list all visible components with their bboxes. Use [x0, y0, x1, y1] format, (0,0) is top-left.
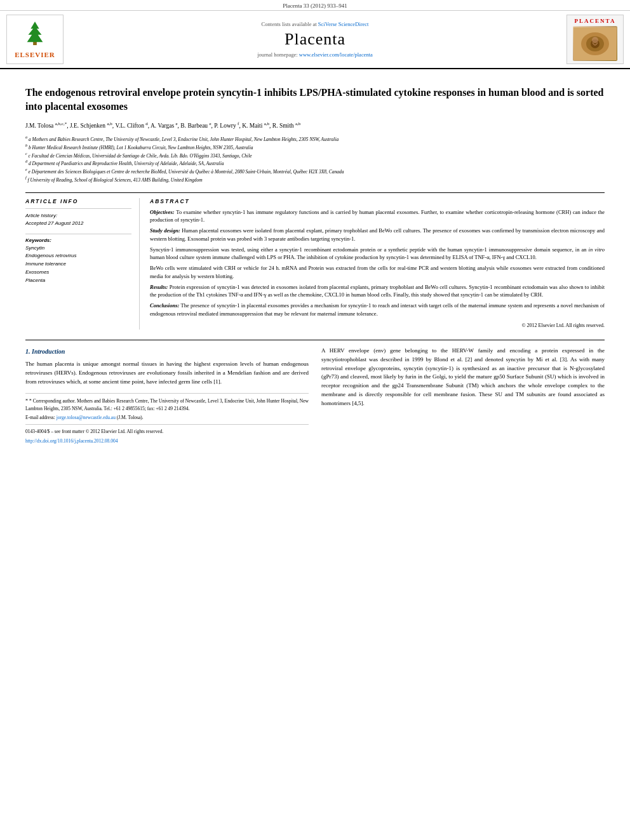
sciverse-link[interactable]: SciVerse ScienceDirect	[318, 21, 369, 27]
abstract-results-text: Protein expression of syncytin-1 was det…	[150, 284, 605, 298]
corresponding-author-text: * Corresponding author. Mothers and Babi…	[25, 398, 309, 411]
keyword-1: Syncytin	[25, 244, 131, 253]
abstract-methods: Syncytin-1 immunosuppression was tested,…	[150, 246, 605, 262]
svg-point-6	[592, 37, 598, 43]
affiliations: a a Mothers and Babies Research Centre, …	[25, 135, 605, 183]
abstract-study-design: Study design: Human placental exosomes w…	[150, 227, 605, 243]
journal-center: Contents lists available at SciVerse Sci…	[70, 15, 560, 64]
body-col-left: 1. Introduction The human placenta is un…	[25, 347, 309, 446]
placenta-logo: PLACENTA	[566, 15, 624, 64]
top-bar: Placenta 33 (2012) 933–941	[0, 0, 630, 11]
homepage-line: journal homepage: www.elsevier.com/locat…	[257, 51, 373, 58]
body-section: 1. Introduction The human placenta is un…	[25, 340, 605, 446]
introduction-heading: 1. Introduction	[25, 347, 309, 357]
doi-link[interactable]: http://dx.doi.org/10.1016/j.placenta.201…	[25, 438, 117, 444]
elsevier-logo: ELSEVIER	[6, 15, 64, 64]
history-label: Article history:	[25, 212, 131, 220]
abstract-study-design-text: Human placental exosomes were isolated f…	[150, 227, 605, 242]
sciverse-prefix: Contents lists available at	[262, 21, 317, 27]
footnote-section: * * Corresponding author. Mothers and Ba…	[25, 393, 309, 444]
affiliation-a: a Mothers and Babies Research Centre, Th…	[29, 137, 338, 142]
body-two-col: 1. Introduction The human placenta is un…	[25, 347, 605, 446]
accepted-date: Accepted 27 August 2012	[25, 220, 83, 226]
article-info-label: ARTICLE INFO	[25, 198, 131, 204]
affiliation-d: d Department of Paediatrics and Reproduc…	[29, 161, 224, 166]
article-info-column: ARTICLE INFO Article history: Accepted 2…	[25, 198, 140, 330]
keyword-5: Placenta	[25, 277, 131, 285]
abstract-methods-text: Syncytin-1 immunosuppression was tested,…	[150, 246, 605, 261]
keywords-label: Keywords:	[25, 237, 131, 243]
article-title: The endogenous retroviral envelope prote…	[25, 86, 605, 114]
elsevier-name: ELSEVIER	[15, 51, 55, 58]
sciverse-line: Contents lists available at SciVerse Sci…	[262, 21, 369, 27]
keyword-2: Endogenous retrovirus	[25, 252, 131, 260]
affiliation-f: f University of Reading, School of Biolo…	[28, 177, 203, 182]
affiliation-e: e Département des Sciences Biologiques e…	[29, 169, 344, 175]
keyword-3: Immune tolerance	[25, 260, 131, 269]
keywords-section: Keywords: Syncytin Endogenous retrovirus…	[25, 237, 131, 285]
svg-marker-1	[27, 22, 43, 42]
placenta-logo-image	[573, 26, 617, 61]
abstract-methods2: BeWo cells were stimulated with CRH or v…	[150, 264, 605, 281]
abstract-conclusions-text: The presence of syncytin-1 in placental …	[150, 302, 605, 317]
body-col-right: A HERV envelope (env) gene belonging to …	[321, 347, 605, 446]
footnote-email: E-mail address: jorge.tolosa@newcastle.e…	[25, 414, 309, 421]
abstract-text: Objectives: To examine whether syncytin-…	[150, 208, 605, 330]
elsevier-tree-icon	[19, 20, 51, 49]
homepage-link[interactable]: www.elsevier.com/locate/placenta	[299, 51, 373, 58]
article-history: Article history: Accepted 27 August 2012	[25, 212, 131, 227]
abstract-objectives: Objectives: To examine whether syncytin-…	[150, 208, 605, 225]
email-link[interactable]: jorge.tolosa@newcastle.edu.au	[57, 415, 116, 420]
authors: J.M. Tolosa a,b,c,*, J.E. Schjenken a,b,…	[25, 121, 605, 131]
placenta-logo-inner: PLACENTA	[573, 18, 617, 61]
footnote-issn: 0143-4004/$ – see front matter © 2012 El…	[25, 428, 309, 435]
journal-header: ELSEVIER Contents lists available at Sci…	[0, 11, 630, 69]
keyword-4: Exosomes	[25, 269, 131, 277]
article-info-abstract: ARTICLE INFO Article history: Accepted 2…	[25, 192, 605, 330]
footnote-doi: http://dx.doi.org/10.1016/j.placenta.201…	[25, 437, 309, 444]
abstract-objectives-text: To examine whether syncytin-1 has immune…	[150, 209, 605, 223]
intro-paragraph-right1: A HERV envelope (env) gene belonging to …	[321, 347, 605, 409]
abstract-conclusions: Conclusions: The presence of syncytin-1 …	[150, 302, 605, 318]
abstract-label: ABSTRACT	[150, 198, 605, 204]
volume-info: Placenta 33 (2012) 933–941	[283, 3, 347, 9]
article-content: The endogenous retroviral envelope prote…	[0, 69, 630, 453]
abstract-methods2-text: BeWo cells were stimulated with CRH or v…	[150, 265, 605, 279]
intro-paragraph1: The human placenta is unique amongst nor…	[25, 360, 309, 387]
affiliation-b: b Hunter Medical Research Institute (HMR…	[29, 144, 253, 150]
email-label: E-mail address:	[25, 415, 55, 420]
abstract-copyright: © 2012 Elsevier Ltd. All rights reserved…	[150, 322, 605, 330]
abstract-column: ABSTRACT Objectives: To examine whether …	[150, 198, 605, 330]
email-attribution: (J.M. Tolosa).	[117, 415, 144, 420]
journal-title: Placenta	[285, 30, 345, 49]
footnote-star: * * Corresponding author. Mothers and Ba…	[25, 397, 309, 412]
affiliation-c: c Facultad de Ciencias Médicas, Universi…	[29, 152, 252, 158]
abstract-results: Results: Protein expression of syncytin-…	[150, 283, 605, 300]
placenta-logo-text: PLACENTA	[573, 18, 617, 24]
